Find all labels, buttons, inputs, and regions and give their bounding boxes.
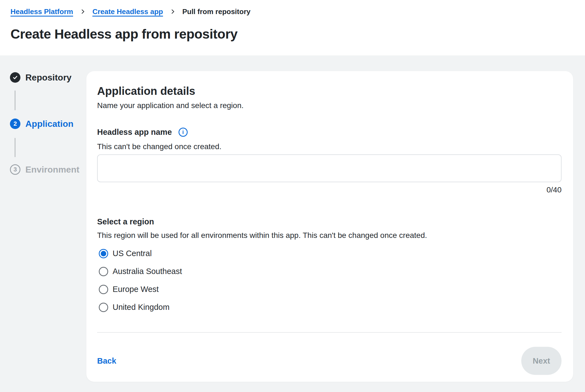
region-radio[interactable]	[99, 285, 108, 294]
stepper-step-repository[interactable]: Repository	[10, 72, 71, 83]
stepper-step-application[interactable]: 2 Application	[10, 119, 73, 129]
stepper-connector	[15, 90, 15, 110]
region-option-united-kingdom[interactable]: United Kingdom	[99, 302, 562, 312]
region-option-label: Australia Southeast	[113, 267, 182, 276]
region-radio[interactable]	[99, 303, 108, 312]
page-title: Create Headless app from repository	[10, 26, 574, 42]
char-counter: 0/40	[97, 186, 562, 194]
region-radio-group: US Central Australia Southeast Europe We…	[97, 249, 562, 312]
card-footer: Back Next	[97, 333, 562, 389]
breadcrumb-current: Pull from repository	[182, 7, 251, 16]
content-area: Repository 2 Application 3 Environment A…	[0, 55, 585, 392]
breadcrumb: Headless Platform Create Headless app Pu…	[10, 7, 574, 16]
application-details-card: Application details Name your applicatio…	[86, 71, 573, 382]
card-subtitle: Name your application and select a regio…	[97, 100, 562, 111]
info-icon[interactable]: i	[179, 128, 188, 137]
region-option-us-central[interactable]: US Central	[99, 249, 562, 258]
card-title: Application details	[97, 84, 562, 98]
region-radio[interactable]	[99, 267, 108, 276]
region-helper: This region will be used for all environ…	[97, 230, 562, 240]
region-option-australia-southeast[interactable]: Australia Southeast	[99, 267, 562, 276]
stepper-connector	[15, 138, 15, 157]
breadcrumb-headless-platform[interactable]: Headless Platform	[10, 7, 73, 16]
step-label-application: Application	[25, 119, 73, 129]
step-number-indicator: 2	[10, 119, 20, 129]
app-name-helper: This can't be changed once created.	[97, 142, 562, 152]
chevron-right-icon	[80, 9, 86, 15]
step-label-repository: Repository	[25, 73, 71, 83]
app-name-label: Headless app name	[97, 128, 172, 137]
back-button[interactable]: Back	[97, 356, 116, 366]
step-complete-indicator	[10, 72, 20, 83]
region-section-label: Select a region	[97, 217, 562, 226]
region-option-europe-west[interactable]: Europe West	[99, 284, 562, 294]
region-radio[interactable]	[99, 249, 108, 258]
top-header: Headless Platform Create Headless app Pu…	[0, 0, 585, 55]
chevron-right-icon	[170, 9, 176, 15]
next-button[interactable]: Next	[521, 347, 562, 375]
check-icon	[12, 74, 18, 80]
breadcrumb-create-headless-app[interactable]: Create Headless app	[92, 7, 163, 16]
region-option-label: Europe West	[113, 285, 159, 294]
region-option-label: US Central	[113, 249, 152, 258]
stepper-step-environment: 3 Environment	[10, 164, 79, 175]
app-name-input[interactable]	[97, 154, 562, 182]
region-option-label: United Kingdom	[113, 303, 169, 312]
step-number-indicator: 3	[10, 164, 20, 175]
step-label-environment: Environment	[25, 165, 79, 175]
